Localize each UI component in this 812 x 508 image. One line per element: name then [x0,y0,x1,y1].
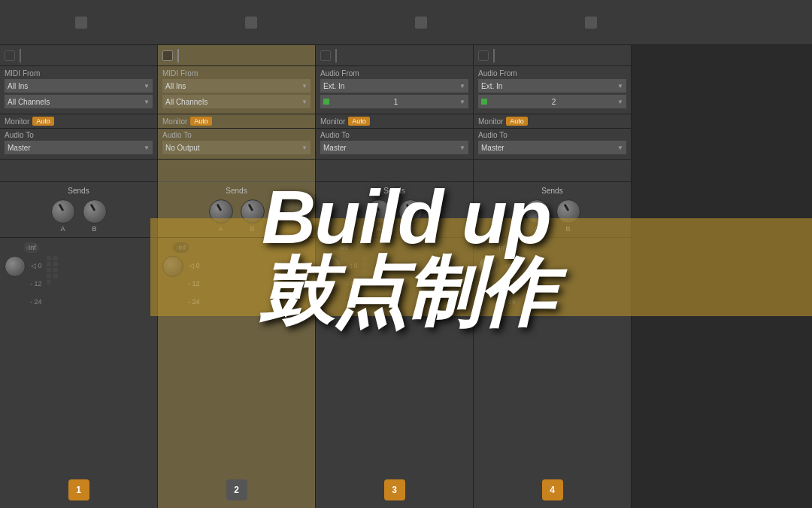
audio-to-dropdown-2[interactable]: No Output ▼ [162,141,311,154]
dropdown-arrow-3: ▼ [459,83,465,90]
routing-section-2: MIDI From All Ins ▼ All Channels ▼ [158,66,315,114]
vu-dot-3-1 [362,256,367,260]
send-b-knob-4[interactable] [556,199,580,224]
scale-0-1: ◁ 0 [31,262,42,269]
vu-dot-1-2 [47,262,51,266]
send-a-knob-4[interactable] [525,199,549,224]
send-b-knob-2[interactable] [241,199,265,224]
badge-container-1: 1 [0,472,157,508]
send-a-container-4: A [525,199,549,233]
vu-meter-4 [520,256,525,284]
source-dropdown-3[interactable]: Ext. In ▼ [320,79,468,93]
dropdown-arrow-ch-2: ▼ [301,99,308,105]
source-dropdown-2[interactable]: All Ins ▼ [162,79,311,93]
channel-badge-3: 3 [384,479,405,500]
dropdown-arrow-4: ▼ [617,83,623,90]
vu-dot-3-5 [362,280,367,284]
clip-block-1[interactable] [75,17,87,29]
timeline-bar [0,0,812,45]
pan-knob-4[interactable] [478,256,499,277]
send-a-label-2: A [218,225,223,233]
pan-knob-1[interactable] [5,256,26,277]
audio-to-label-2: Audio To [162,131,311,139]
send-a-label-4: A [534,225,538,233]
scale-12-4: - 12 [504,280,516,287]
sends-label-1: Sends [5,187,153,195]
send-b-label-3: B [408,225,412,233]
send-a-knob-1[interactable] [51,199,75,224]
separator-2 [177,49,179,62]
send-a-knob-3[interactable] [367,199,391,224]
channel-badge-2: 2 [226,479,247,500]
clip-block-2[interactable] [245,17,257,29]
channel-dropdown-1[interactable]: All Channels ▼ [5,95,153,108]
channel-strips-container: MIDI From All Ins ▼ All Channels ▼ Monit… [0,45,812,508]
dropdown-arrow-ch-1: ▼ [144,99,150,105]
badge-container-4: 4 [474,472,631,508]
vu-dot-1b-4 [53,274,58,278]
monitor-row-3: Monitor Auto [316,114,473,129]
audio-to-dropdown-3[interactable]: Master ▼ [320,141,468,154]
separator-4 [493,49,495,62]
sends-knobs-3: A B [320,199,468,233]
vu-dot-1-4 [47,274,51,278]
monitor-auto-btn-2[interactable]: Auto [190,117,212,126]
channel-dropdown-3[interactable]: 1 ▼ [320,95,468,108]
scale-12-2: - 12 [188,280,200,287]
sends-section-2: Sends A B [158,182,315,238]
sends-label-4: Sends [478,187,626,195]
send-b-knob-3[interactable] [398,199,423,224]
vu-dot-4-3 [520,268,525,272]
monitor-row-4: Monitor Auto [474,114,631,129]
vu-dot-1-5 [47,280,51,284]
db-label-4: -Inf [493,242,509,253]
vu-dot-3-3 [362,268,367,272]
routing-section-4: Audio From Ext. In ▼ 2 ▼ [474,66,631,114]
audio-to-section-1: Audio To Master ▼ [0,129,157,160]
pan-knob-3[interactable] [320,256,341,277]
dropdown-arrow-at-4: ▼ [617,144,623,151]
sends-knobs-4: A B [478,199,626,233]
audio-indicator-3 [320,50,331,61]
dropdown-arrow-1: ▼ [144,83,150,90]
send-b-label-4: B [565,225,570,233]
db-label-2: -Inf [173,242,189,253]
audio-to-label-4: Audio To [478,131,626,139]
send-b-knob-1[interactable] [83,199,107,224]
scale-0-3: ◁ 0 [347,262,358,269]
vu-dot-4-2 [520,262,525,266]
vu-dot-4-5 [520,280,525,284]
scale-24-3: - 24 [346,298,358,306]
clip-block-4[interactable] [585,17,597,29]
monitor-auto-btn-3[interactable]: Auto [348,117,370,126]
channel-dropdown-4[interactable]: 2 ▼ [478,95,626,108]
vu-dot-1b-2 [53,262,58,266]
channel-badge-4: 4 [542,479,563,500]
channel-dropdown-2[interactable]: All Channels ▼ [162,95,311,108]
vu-meter-1b [53,256,58,284]
audio-to-dropdown-1[interactable]: Master ▼ [5,141,153,154]
send-b-container-2: B [241,199,265,233]
badge-container-3: 3 [316,472,473,508]
source-dropdown-1[interactable]: All Ins ▼ [5,79,153,93]
badge-container-2: 2 [158,472,315,508]
monitor-auto-btn-1[interactable]: Auto [32,117,54,126]
audio-to-label-3: Audio To [320,131,468,139]
audio-from-label-3: Audio From [320,69,468,78]
pan-knob-2[interactable] [162,256,183,277]
send-b-container-4: B [556,199,580,233]
monitor-row-1: Monitor Auto [0,114,157,129]
right-fill [632,45,812,508]
dropdown-arrow-at-1: ▼ [144,144,150,151]
monitor-auto-btn-4[interactable]: Auto [506,117,528,126]
source-dropdown-4[interactable]: Ext. In ▼ [478,79,626,93]
channel-strip-4: Audio From Ext. In ▼ 2 ▼ Monitor Auto Au… [474,45,632,508]
send-a-knob-2[interactable] [209,199,233,224]
db-label-3: -Inf [335,242,351,253]
clip-block-3[interactable] [415,17,427,29]
midi-from-label-1: MIDI From [5,69,153,78]
send-b-container-3: B [398,199,423,233]
separator-1 [20,49,21,62]
sends-section-1: Sends A B [0,182,157,238]
audio-to-dropdown-4[interactable]: Master ▼ [478,141,626,154]
